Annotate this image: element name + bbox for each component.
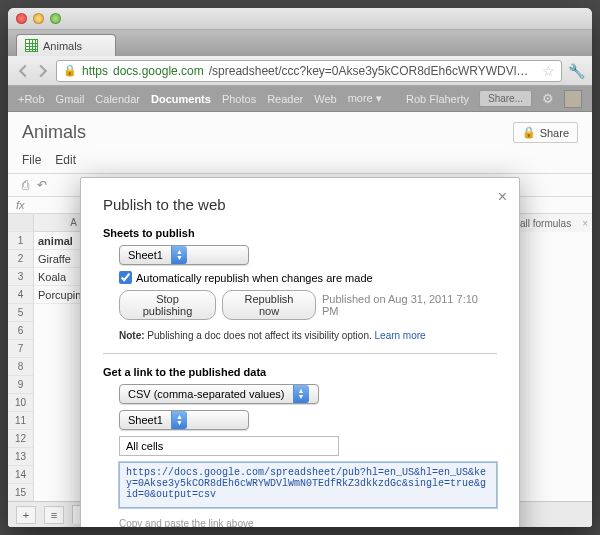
tab-strip: Animals	[8, 30, 592, 56]
browser-window: Animals 🔒 https docs.google.com /spreads…	[8, 8, 592, 527]
auto-republish-checkbox[interactable]: Automatically republish when changes are…	[119, 271, 497, 284]
window-close-button[interactable]	[16, 13, 27, 24]
browser-tab[interactable]: Animals	[16, 34, 116, 56]
url-scheme: https	[82, 64, 108, 78]
window-zoom-button[interactable]	[50, 13, 61, 24]
auto-republish-input[interactable]	[119, 271, 132, 284]
select-arrows-icon: ▲▼	[171, 411, 187, 429]
gbar-item[interactable]: Web	[314, 93, 336, 105]
bookmark-star-icon[interactable]: ☆	[542, 63, 555, 79]
window-minimize-button[interactable]	[33, 13, 44, 24]
stop-publishing-button[interactable]: Stop publishing	[119, 290, 216, 320]
gbar-item[interactable]: +Rob	[18, 93, 45, 105]
modal-backdrop: × Publish to the web Sheets to publish S…	[8, 112, 592, 527]
url-path: /spreadsheet/ccc?key=0Akse3y5kCOR8dEh6cW…	[209, 64, 537, 78]
toolbar: 🔒 https docs.google.com /spreadsheet/ccc…	[8, 56, 592, 86]
publish-note: Note: Publishing a doc does not affect i…	[119, 330, 497, 341]
copy-hint: Copy and paste the link above	[119, 518, 497, 527]
section-link-label: Get a link to the published data	[103, 366, 497, 378]
wrench-menu-icon[interactable]: 🔧	[568, 63, 584, 79]
gbar-item[interactable]: Gmail	[56, 93, 85, 105]
gbar-item[interactable]: Photos	[222, 93, 256, 105]
gbar-item[interactable]: Calendar	[95, 93, 140, 105]
gbar-share-button[interactable]: Share...	[479, 90, 532, 107]
document-content: Animals 🔒 Share File Edit ⎙ ↶ fx 1 2 3 4…	[8, 112, 592, 527]
publish-dialog: × Publish to the web Sheets to publish S…	[80, 177, 520, 527]
dialog-title: Publish to the web	[103, 196, 497, 213]
forward-button[interactable]	[36, 64, 50, 78]
published-link-textarea[interactable]: https://docs.google.com/spreadsheet/pub?…	[119, 462, 497, 508]
back-button[interactable]	[16, 64, 30, 78]
select-arrows-icon: ▲▼	[293, 385, 309, 403]
republish-now-button[interactable]: Republish now	[222, 290, 316, 320]
section-sheets-label: Sheets to publish	[103, 227, 497, 239]
dialog-close-button[interactable]: ×	[498, 188, 507, 206]
gbar-right: Rob Flaherty Share... ⚙	[406, 90, 582, 108]
sheets-favicon-icon	[25, 39, 38, 52]
published-timestamp: Published on Aug 31, 2011 7:10 PM	[322, 293, 497, 317]
gbar-item-active[interactable]: Documents	[151, 93, 211, 105]
learn-more-link[interactable]: Learn more	[375, 330, 426, 341]
cell-range-input[interactable]	[119, 436, 339, 456]
avatar[interactable]	[564, 90, 582, 108]
tab-title: Animals	[43, 40, 82, 52]
gear-icon[interactable]: ⚙	[542, 91, 554, 106]
gbar-item-more[interactable]: more ▾	[348, 92, 382, 105]
gbar-username[interactable]: Rob Flaherty	[406, 93, 469, 105]
window-controls	[16, 13, 61, 24]
select-arrows-icon: ▲▼	[171, 246, 187, 264]
link-sheet-select[interactable]: Sheet1 ▲▼	[119, 410, 249, 430]
lock-icon: 🔒	[63, 64, 77, 77]
url-host: docs.google.com	[113, 64, 204, 78]
gbar-item[interactable]: Reader	[267, 93, 303, 105]
titlebar	[8, 8, 592, 30]
google-nav-bar: +Rob Gmail Calendar Documents Photos Rea…	[8, 86, 592, 112]
address-bar[interactable]: 🔒 https docs.google.com /spreadsheet/ccc…	[56, 60, 562, 82]
sheets-to-publish-select[interactable]: Sheet1 ▲▼	[119, 245, 249, 265]
format-select[interactable]: CSV (comma-separated values) ▲▼	[119, 384, 319, 404]
divider	[103, 353, 497, 354]
